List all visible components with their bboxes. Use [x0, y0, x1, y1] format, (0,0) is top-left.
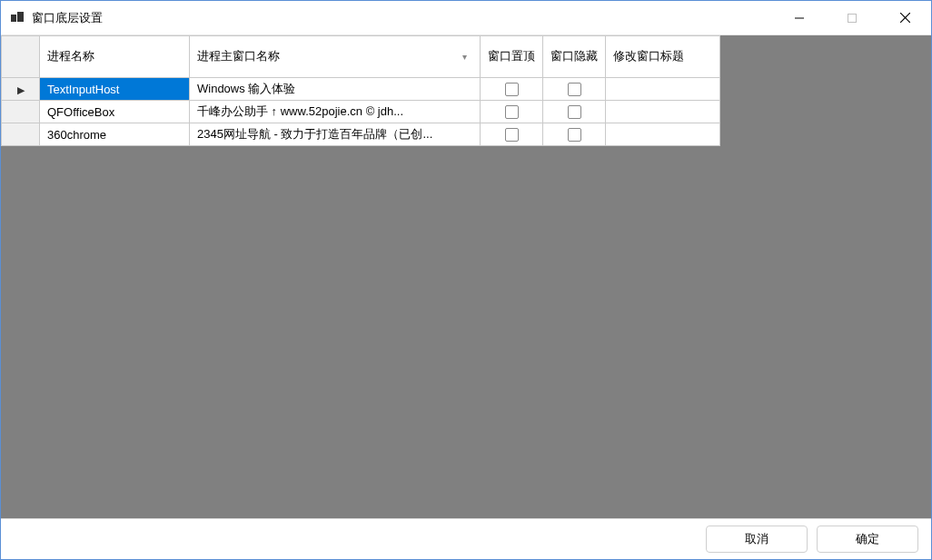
column-header-process-name[interactable]: 进程名称: [40, 36, 190, 78]
cell-hidden[interactable]: [543, 78, 606, 101]
window-controls: [773, 1, 931, 34]
table-header-row: 进程名称 进程主窗口名称▾ 窗口置顶 窗口隐藏 修改窗口标题: [2, 36, 720, 78]
column-label: 修改窗口标题: [613, 49, 684, 64]
cell-modify-title[interactable]: [606, 123, 720, 146]
cell-hidden[interactable]: [543, 123, 606, 146]
column-label: 进程名称: [47, 49, 94, 64]
row-header-cell[interactable]: ▶: [2, 78, 40, 101]
cell-process-name[interactable]: 360chrome: [40, 123, 190, 146]
ok-button[interactable]: 确定: [817, 526, 918, 553]
cell-topmost[interactable]: [481, 78, 543, 101]
window-settings-table[interactable]: 进程名称 进程主窗口名称▾ 窗口置顶 窗口隐藏 修改窗口标题 ▶ TextInp…: [1, 35, 720, 146]
checkbox[interactable]: [568, 83, 581, 96]
checkbox[interactable]: [568, 105, 581, 119]
row-header-cell[interactable]: [2, 123, 40, 146]
checkbox[interactable]: [505, 105, 519, 119]
column-header-hidden[interactable]: 窗口隐藏: [543, 36, 606, 78]
app-icon: [10, 11, 25, 25]
svg-rect-3: [848, 14, 857, 22]
cell-modify-title[interactable]: [606, 101, 720, 123]
cancel-button[interactable]: 取消: [706, 526, 808, 553]
cell-main-window-title[interactable]: 千峰办公助手 ↑ www.52pojie.cn © jdh...: [190, 101, 481, 123]
minimize-button[interactable]: [773, 1, 826, 34]
column-header-modify-title[interactable]: 修改窗口标题: [606, 36, 720, 78]
cell-main-window-title[interactable]: Windows 输入体验: [190, 78, 481, 101]
checkbox[interactable]: [505, 128, 519, 142]
cell-topmost[interactable]: [481, 101, 543, 123]
cell-modify-title[interactable]: [606, 78, 720, 101]
close-button[interactable]: [878, 1, 931, 34]
column-label: 窗口隐藏: [550, 49, 598, 64]
table-row[interactable]: 360chrome 2345网址导航 - 致力于打造百年品牌（已创...: [2, 123, 720, 146]
sort-indicator-icon: ▾: [462, 51, 472, 63]
dialog-footer: 取消 确定: [1, 518, 931, 559]
column-header-rowselector[interactable]: [2, 36, 40, 78]
current-row-indicator-icon: ▶: [17, 84, 25, 96]
checkbox[interactable]: [568, 128, 581, 142]
table-row[interactable]: ▶ TextInputHost Windows 输入体验: [2, 78, 720, 101]
column-label: 窗口置顶: [488, 49, 535, 64]
cell-topmost[interactable]: [481, 123, 543, 146]
maximize-button[interactable]: [826, 1, 878, 34]
table-row[interactable]: QFOfficeBox 千峰办公助手 ↑ www.52pojie.cn © jd…: [2, 101, 720, 123]
cell-main-window-title[interactable]: 2345网址导航 - 致力于打造百年品牌（已创...: [190, 123, 481, 146]
row-header-cell[interactable]: [2, 101, 40, 123]
column-header-topmost[interactable]: 窗口置顶: [481, 36, 543, 78]
cell-process-name[interactable]: QFOfficeBox: [40, 101, 190, 123]
cell-process-name[interactable]: TextInputHost: [40, 78, 190, 101]
titlebar: 窗口底层设置: [1, 1, 931, 35]
checkbox[interactable]: [505, 83, 519, 96]
column-header-main-window-title[interactable]: 进程主窗口名称▾: [190, 36, 481, 78]
main-content-area: 进程名称 进程主窗口名称▾ 窗口置顶 窗口隐藏 修改窗口标题 ▶ TextInp…: [1, 35, 931, 518]
window-title: 窗口底层设置: [32, 10, 773, 26]
cell-hidden[interactable]: [543, 101, 606, 123]
column-label: 进程主窗口名称: [197, 49, 280, 64]
svg-rect-1: [17, 12, 24, 22]
svg-rect-0: [11, 15, 16, 22]
